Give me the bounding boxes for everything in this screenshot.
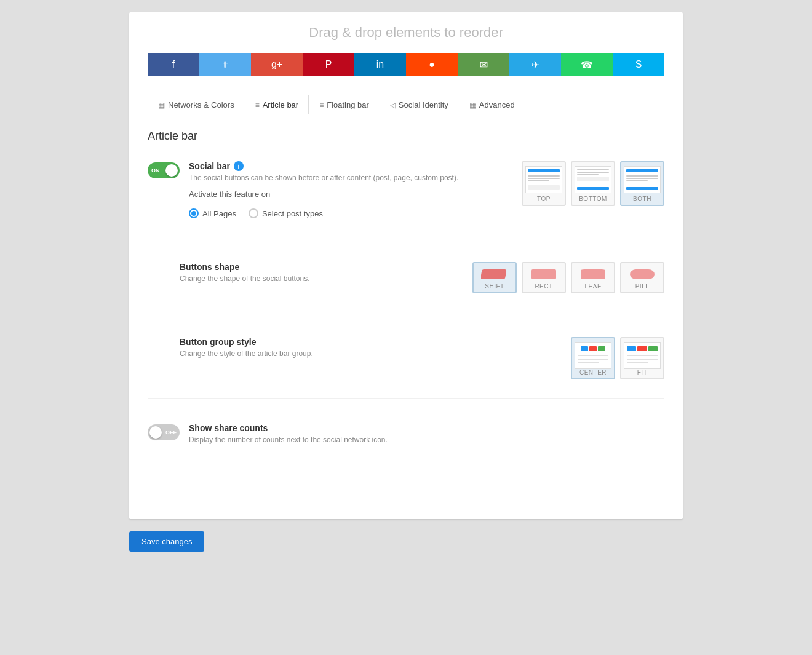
svg-rect-2: [581, 269, 605, 279]
tab-networks-colors-label: Networks & Colors: [168, 100, 234, 109]
telegram-btn[interactable]: ✈: [509, 53, 561, 76]
position-options: TOP BOTTOM: [522, 161, 664, 206]
position-top-preview: [525, 166, 562, 193]
group-fit-label: FIT: [624, 369, 661, 376]
group-center-label: CENTER: [575, 369, 611, 376]
button-group-desc: Change the style of the article bar grou…: [180, 349, 571, 358]
whatsapp-btn[interactable]: ☎: [561, 53, 613, 76]
google-plus-btn[interactable]: g+: [251, 53, 303, 76]
toggle-off-label: OFF: [165, 429, 177, 435]
email-btn[interactable]: ✉: [458, 53, 509, 76]
radio-all-pages-label: All Pages: [202, 209, 236, 218]
toggle-knob: [165, 164, 178, 177]
social-bar-toggle-wrapper: ON: [148, 162, 180, 180]
position-top-card[interactable]: TOP: [522, 161, 566, 206]
show-share-counts-setting: OFF Show share counts Display the number…: [148, 423, 664, 470]
tab-bar: ▦ Networks & Colors ≡ Article bar ≡ Floa…: [148, 95, 664, 114]
social-network-bar: f 𝕥 g+ P in ● ✉ ✈ ☎ S: [148, 53, 664, 76]
buttons-shape-setting: Buttons shape Change the shape of the so…: [148, 262, 664, 312]
buttons-shape-label: Buttons shape: [180, 262, 472, 272]
skype-btn[interactable]: S: [613, 53, 664, 76]
position-bottom-preview: [575, 166, 611, 193]
position-top-label: TOP: [525, 196, 562, 202]
svg-rect-0: [481, 269, 507, 279]
shape-shift-label: SHIFT: [476, 283, 513, 290]
group-center-preview: [575, 342, 611, 369]
shape-pill-card[interactable]: PILL: [620, 262, 664, 293]
shape-rect-preview: [530, 268, 557, 280]
social-identity-icon: ◁: [390, 101, 396, 109]
position-bottom-label: BOTTOM: [575, 196, 611, 202]
activate-label: Activate this feature on: [189, 189, 522, 199]
shape-pill-label: PILL: [624, 283, 661, 290]
radio-group: All Pages Select post types: [189, 208, 522, 218]
position-bottom-card[interactable]: BOTTOM: [571, 161, 615, 206]
shape-rect-card[interactable]: RECT: [522, 262, 566, 293]
shape-leaf-preview: [579, 268, 607, 280]
save-button[interactable]: Save changes: [129, 531, 204, 552]
article-bar-icon: ≡: [255, 101, 260, 109]
activate-row: Activate this feature on All Pages Selec…: [189, 189, 522, 218]
buttons-shape-desc: Change the shape of the social buttons.: [180, 274, 472, 283]
info-icon[interactable]: i: [234, 161, 244, 171]
share-counts-left: Show share counts Display the number of …: [189, 423, 664, 451]
advanced-icon: ▦: [469, 101, 476, 109]
group-fit-card[interactable]: FIT: [620, 337, 664, 379]
social-bar-label: Social bar i: [189, 161, 522, 171]
buttons-shape-left: Buttons shape Change the shape of the so…: [148, 262, 472, 290]
shape-pill-preview: [629, 268, 656, 280]
tab-article-bar-label: Article bar: [263, 100, 299, 109]
share-counts-toggle-wrapper: OFF: [148, 424, 180, 442]
tab-floating-bar[interactable]: ≡ Floating bar: [309, 95, 380, 114]
radio-post-types-label: Select post types: [262, 209, 323, 218]
tab-advanced[interactable]: ▦ Advanced: [459, 95, 525, 114]
tab-article-bar[interactable]: ≡ Article bar: [245, 95, 309, 114]
drag-title: Drag & drop elements to reorder: [148, 25, 664, 41]
tab-networks-colors[interactable]: ▦ Networks & Colors: [148, 95, 245, 114]
group-center-card[interactable]: CENTER: [571, 337, 615, 379]
shape-leaf-label: LEAF: [575, 283, 611, 290]
social-bar-left: Social bar i The social buttons can be s…: [189, 161, 522, 218]
floating-bar-icon: ≡: [319, 101, 324, 109]
reddit-btn[interactable]: ●: [406, 53, 458, 76]
share-counts-desc: Display the number of counts next to the…: [189, 435, 664, 444]
social-bar-toggle[interactable]: ON: [148, 162, 180, 178]
networks-colors-icon: ▦: [158, 101, 165, 109]
button-group-label: Button group style: [180, 337, 571, 347]
pinterest-btn[interactable]: P: [303, 53, 354, 76]
position-both-preview: [624, 166, 661, 193]
shape-rect-label: RECT: [525, 283, 562, 290]
shape-shift-preview: [481, 268, 508, 280]
tab-social-identity[interactable]: ◁ Social Identity: [380, 95, 459, 114]
social-bar-desc: The social buttons can be shown before o…: [189, 173, 522, 182]
shape-shift-card[interactable]: SHIFT: [472, 262, 517, 293]
radio-all-pages[interactable]: All Pages: [189, 208, 236, 218]
share-counts-label: Show share counts: [189, 423, 664, 433]
tab-floating-bar-label: Floating bar: [327, 100, 369, 109]
shape-options: SHIFT RECT: [472, 262, 664, 293]
button-group-left: Button group style Change the style of t…: [148, 337, 571, 365]
tab-social-identity-label: Social Identity: [399, 100, 448, 109]
svg-rect-1: [531, 269, 556, 279]
group-fit-preview: [624, 342, 661, 369]
tab-advanced-label: Advanced: [479, 100, 515, 109]
radio-select-post-types[interactable]: Select post types: [249, 208, 323, 218]
position-both-card[interactable]: BOTH: [620, 161, 664, 206]
group-style-options: CENTER FIT: [571, 337, 664, 379]
share-counts-toggle[interactable]: OFF: [148, 424, 180, 440]
social-bar-setting: ON Social bar i The social buttons can b…: [148, 161, 664, 237]
shape-leaf-card[interactable]: LEAF: [571, 262, 615, 293]
facebook-btn[interactable]: f: [148, 53, 199, 76]
toggle-on-label: ON: [151, 167, 160, 173]
share-counts-knob: [149, 426, 162, 439]
radio-circle-all-pages: [189, 208, 199, 218]
button-group-style-setting: Button group style Change the style of t…: [148, 337, 664, 399]
radio-circle-post-types: [249, 208, 258, 218]
section-title: Article bar: [148, 130, 664, 143]
svg-rect-3: [630, 269, 655, 279]
linkedin-btn[interactable]: in: [354, 53, 406, 76]
twitter-btn[interactable]: 𝕥: [199, 53, 251, 76]
position-both-label: BOTH: [624, 196, 661, 202]
